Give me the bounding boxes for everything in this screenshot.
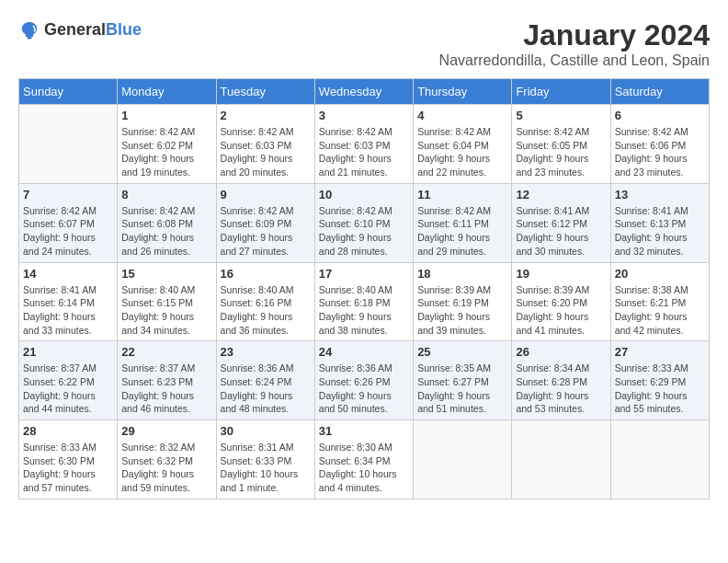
calendar-cell: 22 Sunrise: 8:37 AMSunset: 6:23 PMDaylig… [118,341,216,420]
day-info: Sunrise: 8:42 AMSunset: 6:10 PMDaylight:… [319,204,409,259]
calendar-cell: 3 Sunrise: 8:42 AMSunset: 6:03 PMDayligh… [314,105,413,184]
calendar-cell: 30 Sunrise: 8:31 AMSunset: 6:33 PMDaylig… [216,420,314,500]
calendar-table: Sunday Monday Tuesday Wednesday Thursday… [18,78,710,500]
calendar-cell [414,420,512,500]
day-number: 15 [121,267,211,281]
calendar-cell: 28 Sunrise: 8:33 AMSunset: 6:30 PMDaylig… [19,420,118,500]
page-header: GeneralBlue January 2024 Navarredondilla… [18,18,710,69]
calendar-cell: 29 Sunrise: 8:32 AMSunset: 6:32 PMDaylig… [118,420,216,500]
day-number: 31 [319,424,409,438]
day-info: Sunrise: 8:40 AMSunset: 6:18 PMDaylight:… [319,283,409,338]
day-info: Sunrise: 8:42 AMSunset: 6:07 PMDaylight:… [23,204,113,259]
calendar-cell [610,420,709,500]
day-info: Sunrise: 8:42 AMSunset: 6:08 PMDaylight:… [121,204,211,259]
day-number: 25 [417,345,507,359]
day-info: Sunrise: 8:34 AMSunset: 6:28 PMDaylight:… [516,362,606,416]
day-number: 16 [221,267,311,281]
day-info: Sunrise: 8:32 AMSunset: 6:32 PMDaylight:… [121,441,211,495]
month-title: January 2024 [439,18,710,52]
calendar-cell: 17 Sunrise: 8:40 AMSunset: 6:18 PMDaylig… [314,262,413,341]
day-info: Sunrise: 8:42 AMSunset: 6:11 PMDaylight:… [417,204,507,259]
day-number: 24 [319,345,409,359]
day-number: 19 [516,267,606,281]
day-number: 4 [417,109,507,122]
calendar-cell: 16 Sunrise: 8:40 AMSunset: 6:16 PMDaylig… [216,262,314,341]
calendar-cell: 26 Sunrise: 8:34 AMSunset: 6:28 PMDaylig… [512,341,610,420]
day-number: 6 [615,109,705,122]
calendar-cell [19,105,118,184]
calendar-week-row: 21 Sunrise: 8:37 AMSunset: 6:22 PMDaylig… [19,341,710,420]
day-info: Sunrise: 8:33 AMSunset: 6:30 PMDaylight:… [23,441,113,495]
calendar-cell: 20 Sunrise: 8:38 AMSunset: 6:21 PMDaylig… [610,262,709,341]
day-info: Sunrise: 8:38 AMSunset: 6:21 PMDaylight:… [615,283,705,338]
calendar-week-row: 28 Sunrise: 8:33 AMSunset: 6:30 PMDaylig… [19,420,710,500]
calendar-cell: 13 Sunrise: 8:41 AMSunset: 6:13 PMDaylig… [610,183,709,262]
day-info: Sunrise: 8:39 AMSunset: 6:19 PMDaylight:… [417,283,507,338]
title-area: January 2024 Navarredondilla, Castille a… [439,18,710,69]
day-number: 29 [121,424,211,438]
header-thursday: Thursday [414,79,512,105]
day-number: 22 [121,345,211,359]
calendar-cell: 9 Sunrise: 8:42 AMSunset: 6:09 PMDayligh… [216,183,314,262]
day-info: Sunrise: 8:42 AMSunset: 6:05 PMDaylight:… [516,125,606,179]
calendar-cell: 8 Sunrise: 8:42 AMSunset: 6:08 PMDayligh… [118,183,216,262]
header-saturday: Saturday [610,79,709,105]
day-number: 14 [23,267,113,281]
calendar-cell: 6 Sunrise: 8:42 AMSunset: 6:06 PMDayligh… [610,105,709,184]
day-info: Sunrise: 8:36 AMSunset: 6:26 PMDaylight:… [319,362,409,416]
header-sunday: Sunday [19,79,118,105]
calendar-cell: 10 Sunrise: 8:42 AMSunset: 6:10 PMDaylig… [314,183,413,262]
day-info: Sunrise: 8:35 AMSunset: 6:27 PMDaylight:… [417,362,507,416]
day-number: 30 [221,424,311,438]
day-info: Sunrise: 8:36 AMSunset: 6:24 PMDaylight:… [221,362,311,416]
day-info: Sunrise: 8:37 AMSunset: 6:22 PMDaylight:… [23,362,113,416]
day-number: 5 [516,109,606,122]
header-tuesday: Tuesday [216,79,314,105]
day-info: Sunrise: 8:41 AMSunset: 6:13 PMDaylight:… [615,204,705,259]
day-number: 12 [516,188,606,201]
calendar-cell: 2 Sunrise: 8:42 AMSunset: 6:03 PMDayligh… [216,105,314,184]
day-number: 21 [23,345,113,359]
header-friday: Friday [512,79,610,105]
calendar-cell: 14 Sunrise: 8:41 AMSunset: 6:14 PMDaylig… [19,262,118,341]
day-info: Sunrise: 8:41 AMSunset: 6:12 PMDaylight:… [516,204,606,259]
day-info: Sunrise: 8:41 AMSunset: 6:14 PMDaylight:… [23,283,113,338]
day-info: Sunrise: 8:42 AMSunset: 6:06 PMDaylight:… [615,125,705,179]
day-number: 3 [319,109,409,122]
logo: GeneralBlue [18,18,142,40]
day-number: 1 [121,109,211,122]
calendar-cell: 5 Sunrise: 8:42 AMSunset: 6:05 PMDayligh… [512,105,610,184]
header-wednesday: Wednesday [314,79,413,105]
calendar-cell: 12 Sunrise: 8:41 AMSunset: 6:12 PMDaylig… [512,183,610,262]
day-info: Sunrise: 8:33 AMSunset: 6:29 PMDaylight:… [615,362,705,416]
calendar-cell: 15 Sunrise: 8:40 AMSunset: 6:15 PMDaylig… [118,262,216,341]
calendar-cell: 31 Sunrise: 8:30 AMSunset: 6:34 PMDaylig… [314,420,413,500]
day-number: 7 [23,188,113,201]
day-number: 23 [221,345,311,359]
day-number: 20 [615,267,705,281]
day-info: Sunrise: 8:30 AMSunset: 6:34 PMDaylight:… [319,441,409,495]
day-info: Sunrise: 8:31 AMSunset: 6:33 PMDaylight:… [221,441,311,495]
day-number: 17 [319,267,409,281]
calendar-cell: 7 Sunrise: 8:42 AMSunset: 6:07 PMDayligh… [19,183,118,262]
day-number: 28 [23,424,113,438]
calendar-cell: 24 Sunrise: 8:36 AMSunset: 6:26 PMDaylig… [314,341,413,420]
day-info: Sunrise: 8:42 AMSunset: 6:03 PMDaylight:… [221,125,311,179]
calendar-cell: 25 Sunrise: 8:35 AMSunset: 6:27 PMDaylig… [414,341,512,420]
day-number: 27 [615,345,705,359]
location-subtitle: Navarredondilla, Castille and Leon, Spai… [439,52,710,69]
calendar-cell [512,420,610,500]
logo-text: GeneralBlue [44,20,142,40]
day-info: Sunrise: 8:37 AMSunset: 6:23 PMDaylight:… [121,362,211,416]
day-number: 10 [319,188,409,201]
header-monday: Monday [118,79,216,105]
calendar-cell: 1 Sunrise: 8:42 AMSunset: 6:02 PMDayligh… [118,105,216,184]
day-number: 2 [221,109,311,122]
day-info: Sunrise: 8:42 AMSunset: 6:09 PMDaylight:… [221,204,311,259]
calendar-cell: 27 Sunrise: 8:33 AMSunset: 6:29 PMDaylig… [610,341,709,420]
calendar-cell: 11 Sunrise: 8:42 AMSunset: 6:11 PMDaylig… [414,183,512,262]
calendar-cell: 23 Sunrise: 8:36 AMSunset: 6:24 PMDaylig… [216,341,314,420]
day-number: 26 [516,345,606,359]
day-number: 18 [417,267,507,281]
day-info: Sunrise: 8:42 AMSunset: 6:03 PMDaylight:… [319,125,409,179]
